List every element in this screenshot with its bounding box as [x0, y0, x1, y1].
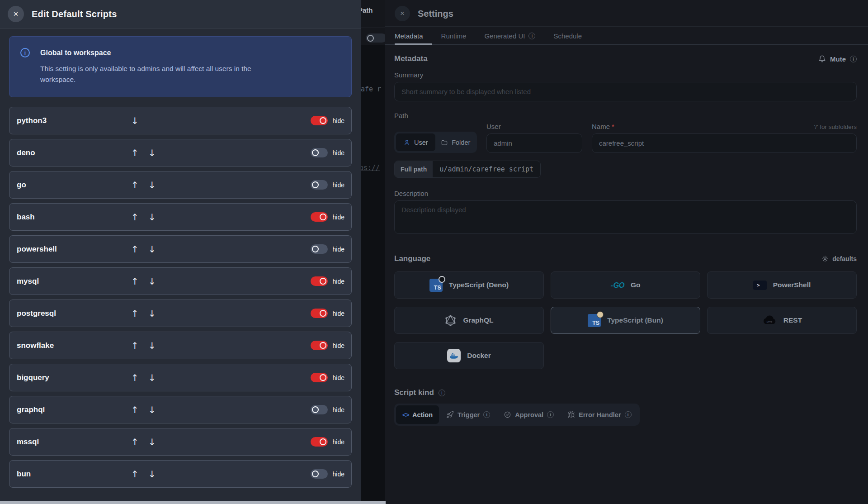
full-path-label: Full path [395, 161, 433, 177]
move-up-icon[interactable]: ↑ [131, 212, 138, 223]
reorder-arrows: ↑ ↓ [131, 404, 173, 415]
summary-input[interactable] [394, 82, 857, 101]
owner-option-folder[interactable]: Folder [436, 133, 476, 151]
tab-generated-ui[interactable]: Generated UIi [475, 27, 544, 45]
move-down-icon[interactable]: ↓ [148, 180, 156, 190]
language-card-powershell[interactable]: >_PowerShell [707, 271, 857, 299]
description-label: Description [394, 190, 857, 197]
background-code-fragment: ps:// [361, 164, 380, 172]
hide-toggle[interactable] [311, 148, 328, 157]
move-down-icon[interactable]: ↓ [148, 244, 156, 255]
move-down-icon[interactable]: ↓ [148, 308, 156, 319]
settings-tabs: Metadata Runtime Generated UIi Schedule [385, 27, 868, 45]
hide-label: hide [333, 342, 344, 349]
script-row-postgresql: postgresql ↑ ↓ hide [9, 300, 352, 327]
move-down-icon[interactable]: ↓ [148, 340, 156, 351]
tab-runtime[interactable]: Runtime [432, 27, 476, 45]
move-up-icon[interactable]: ↑ [131, 147, 138, 158]
user-input[interactable] [486, 133, 582, 153]
move-down-icon[interactable]: ↓ [148, 212, 156, 223]
defaults-label: defaults [832, 255, 857, 262]
move-down-icon[interactable]: ↓ [148, 276, 156, 287]
script-kind-approval[interactable]: Approvali [497, 405, 560, 424]
description-textarea[interactable] [394, 200, 857, 234]
move-up-icon[interactable]: ↑ [131, 404, 138, 415]
language-name: bash [17, 213, 131, 222]
move-down-icon[interactable]: ↓ [148, 469, 156, 480]
hide-toggle[interactable] [311, 244, 328, 254]
move-down-icon[interactable]: ↓ [148, 404, 156, 415]
background-path-label: Path [361, 6, 373, 14]
script-row-go: go ↑ ↓ hide [9, 171, 352, 199]
hide-toggle[interactable] [311, 212, 328, 222]
mute-button[interactable]: Mute i [818, 55, 857, 63]
move-up-icon[interactable]: ↑ [131, 437, 138, 447]
move-up-icon[interactable]: ↑ [131, 372, 138, 383]
language-card-go[interactable]: -GOGo [551, 271, 700, 299]
background-page-strip: Path afe r ps:// [361, 0, 385, 504]
reorder-arrows: ↑ ↓ [131, 469, 173, 480]
typescript-bun-icon: TS [588, 314, 601, 327]
reorder-arrows: ↑ ↓ [131, 244, 173, 255]
language-name: snowflake [17, 341, 131, 350]
language-defaults-button[interactable]: defaults [821, 255, 857, 262]
reorder-arrows: ↑ ↓ [131, 180, 173, 190]
tab-metadata[interactable]: Metadata [395, 27, 432, 45]
move-down-icon[interactable]: ↓ [148, 147, 156, 158]
close-icon[interactable]: × [8, 6, 24, 22]
info-icon: i [547, 411, 554, 418]
move-down-icon[interactable]: ↓ [148, 372, 156, 383]
tab-schedule[interactable]: Schedule [544, 27, 591, 45]
check-circle-icon [504, 411, 511, 418]
hide-toggle[interactable] [311, 180, 328, 190]
script-row-snowflake: snowflake ↑ ↓ hide [9, 332, 352, 359]
hide-toggle[interactable] [311, 469, 328, 479]
language-card-docker[interactable]: Docker [394, 342, 544, 369]
language-card-label: TypeScript (Deno) [449, 281, 509, 289]
move-up-icon[interactable]: ↑ [131, 340, 138, 351]
hide-toggle[interactable] [311, 309, 328, 318]
hide-toggle[interactable] [311, 437, 328, 447]
move-down-icon[interactable]: ↓ [131, 115, 138, 126]
close-icon[interactable]: × [395, 6, 410, 21]
graphql-icon [444, 314, 457, 327]
info-icon: i [625, 411, 632, 418]
hide-label: hide [333, 438, 344, 446]
user-icon [403, 139, 410, 146]
horizontal-scrollbar[interactable] [0, 501, 386, 504]
hide-toggle[interactable] [311, 373, 328, 382]
folder-icon [441, 139, 448, 146]
language-card-typescript-deno[interactable]: TSTypeScript (Deno) [394, 271, 544, 299]
full-path-display: Full path u/admin/carefree_script [394, 161, 541, 178]
info-icon: i [483, 411, 490, 418]
script-kind-action[interactable]: <>Action [396, 405, 439, 424]
summary-field-group: Summary [394, 71, 857, 101]
owner-option-user[interactable]: User [396, 133, 435, 151]
script-kind-trigger[interactable]: Triggeri [440, 405, 496, 424]
move-up-icon[interactable]: ↑ [131, 244, 138, 255]
hide-label: hide [333, 278, 344, 285]
script-kind-error-handler[interactable]: Error Handleri [561, 405, 637, 424]
script-kind-label: Trigger [458, 411, 480, 418]
hide-toggle[interactable] [311, 276, 328, 286]
language-card-rest[interactable]: HTTPREST [707, 307, 857, 334]
typescript-deno-icon: TS [429, 279, 443, 292]
info-icon: i [850, 56, 857, 62]
language-card-label: GraphQL [463, 316, 493, 324]
script-row-python3: python3 ↓ hide [9, 107, 352, 134]
move-up-icon[interactable]: ↑ [131, 180, 138, 190]
hide-toggle[interactable] [311, 116, 328, 125]
language-card-graphql[interactable]: GraphQL [394, 307, 544, 334]
hide-toggle[interactable] [311, 341, 328, 350]
language-name: mssql [17, 437, 131, 447]
language-card-label: PowerShell [773, 281, 811, 289]
script-name-input[interactable] [592, 133, 857, 153]
move-up-icon[interactable]: ↑ [131, 469, 138, 480]
move-down-icon[interactable]: ↓ [148, 437, 156, 447]
rest-icon: HTTP [762, 315, 777, 326]
reorder-arrows: ↑ ↓ [131, 308, 173, 319]
hide-toggle[interactable] [311, 405, 328, 414]
language-card-typescript-bun[interactable]: TSTypeScript (Bun) [551, 307, 700, 334]
move-up-icon[interactable]: ↑ [131, 308, 138, 319]
move-up-icon[interactable]: ↑ [131, 276, 138, 287]
